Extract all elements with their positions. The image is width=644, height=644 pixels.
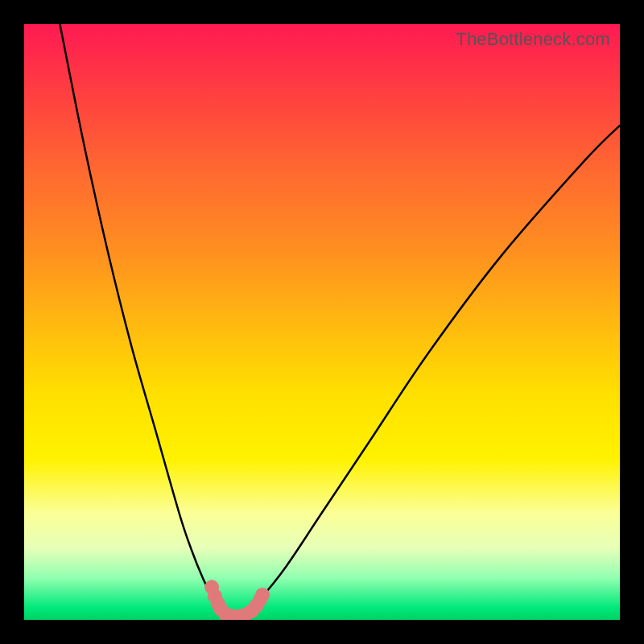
chart-frame: TheBottleneck.com	[0, 0, 644, 644]
curve-left-branch	[60, 24, 233, 617]
watermark-text: TheBottleneck.com	[456, 29, 610, 50]
highlight-dot	[238, 607, 253, 620]
highlight-dot	[233, 609, 247, 620]
highlight-dot	[211, 596, 225, 610]
curve-layer	[24, 24, 620, 620]
highlight-dot	[250, 598, 264, 613]
highlight-dot	[218, 607, 233, 620]
highlight-dot	[213, 602, 228, 617]
curve-right-branch	[233, 126, 620, 617]
highlight-dot	[225, 609, 240, 620]
highlight-dot	[245, 604, 259, 618]
optimum-highlight	[204, 580, 270, 620]
highlight-dot	[208, 588, 222, 603]
highlight-dot	[253, 592, 267, 607]
highlight-dot	[204, 580, 219, 594]
plot-area: TheBottleneck.com	[24, 24, 620, 620]
highlight-dot	[255, 588, 270, 602]
